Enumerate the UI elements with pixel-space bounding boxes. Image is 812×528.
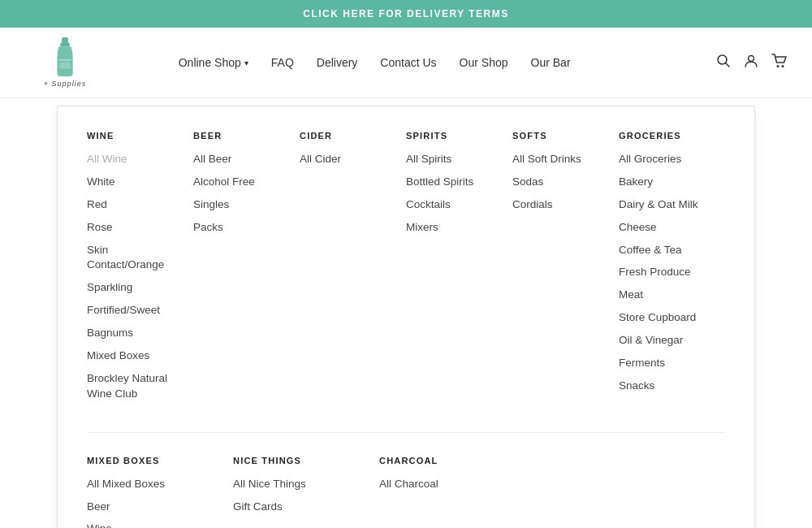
all-groceries-link[interactable]: All Groceries — [619, 152, 709, 167]
softs-column: SOFTS All Soft Drinks Sodas Cordials — [512, 131, 619, 409]
svg-rect-1 — [60, 43, 70, 47]
sparkling-link[interactable]: Sparkling — [87, 280, 177, 296]
svg-rect-2 — [58, 59, 71, 61]
cider-header: CIDER — [300, 131, 390, 141]
white-link[interactable]: White — [87, 175, 177, 190]
mixed-boxes-column: MIXED BOXES All Mixed Boxes Beer Wine — [87, 456, 233, 528]
account-icon[interactable] — [744, 54, 758, 72]
sodas-link[interactable]: Sodas — [512, 175, 603, 190]
spirits-header: SPIRITS — [406, 131, 496, 141]
snacks-link[interactable]: Snacks — [619, 379, 709, 394]
nav-contact-us[interactable]: Contact Us — [380, 56, 436, 69]
all-charcoal-link[interactable]: All Charcoal — [379, 477, 509, 492]
singles-link[interactable]: Singles — [193, 197, 283, 213]
chevron-down-icon: ▾ — [244, 58, 248, 67]
nice-things-column: NICE THINGS All Nice Things Gift Cards — [233, 456, 379, 528]
rose-link[interactable]: Rose — [87, 220, 177, 236]
meat-link[interactable]: Meat — [619, 288, 709, 303]
dairy-link[interactable]: Dairy & Oat Milk — [619, 197, 709, 213]
cheese-link[interactable]: Cheese — [619, 220, 709, 236]
nav-our-bar[interactable]: Our Bar — [531, 56, 571, 69]
nice-things-header: NICE THINGS — [233, 456, 363, 465]
cart-icon[interactable] — [771, 54, 788, 72]
cordials-link[interactable]: Cordials — [512, 197, 603, 213]
fortified-link[interactable]: Fortified/Sweet — [87, 303, 177, 318]
bagnums-link[interactable]: Bagnums — [87, 326, 177, 341]
nav-delivery[interactable]: Delivery — [317, 56, 358, 69]
all-spirits-link[interactable]: All Spirits — [406, 152, 496, 167]
svg-rect-0 — [62, 37, 68, 44]
mixed-boxes-link[interactable]: Mixed Boxes — [87, 348, 177, 364]
svg-line-5 — [725, 63, 729, 67]
alcohol-free-link[interactable]: Alcohol Free — [193, 175, 283, 190]
store-cupboard-link[interactable]: Store Cupboard — [619, 310, 709, 326]
beer-header: BEER — [193, 131, 283, 141]
all-nice-things-link[interactable]: All Nice Things — [233, 477, 363, 492]
packs-link[interactable]: Packs — [193, 220, 283, 236]
svg-rect-3 — [59, 63, 70, 69]
oil-vinegar-link[interactable]: Oil & Vinegar — [619, 333, 709, 348]
mixed-boxes-header: MIXED BOXES — [87, 456, 217, 465]
coffee-tea-link[interactable]: Coffee & Tea — [619, 243, 709, 258]
svg-point-6 — [748, 55, 754, 61]
all-mixed-boxes-link[interactable]: All Mixed Boxes — [87, 477, 217, 492]
brockley-link[interactable]: Brockley Natural Wine Club — [87, 371, 177, 402]
logo-text: + Supplies — [44, 80, 86, 88]
gift-cards-link[interactable]: Gift Cards — [233, 500, 363, 515]
nav-online-shop[interactable]: Online Shop ▾ — [179, 56, 248, 69]
softs-header: SOFTS — [512, 131, 603, 141]
charcoal-column: CHARCOAL All Charcoal — [379, 456, 525, 528]
mixers-link[interactable]: Mixers — [406, 220, 496, 236]
logo-icon — [54, 37, 76, 78]
fresh-produce-link[interactable]: Fresh Produce — [619, 265, 709, 280]
dropdown-menu: WINE All Wine White Red Rose Skin Contac… — [57, 106, 755, 528]
logo[interactable]: + Supplies — [24, 37, 106, 88]
header-icons — [716, 54, 788, 72]
ferments-link[interactable]: Ferments — [619, 356, 709, 371]
beer-column: BEER All Beer Alcohol Free Singles Packs — [193, 131, 300, 409]
delivery-banner[interactable]: CLICK HERE FOR DELIVERY TERMS — [0, 0, 812, 28]
all-beer-link[interactable]: All Beer — [193, 152, 283, 167]
search-icon[interactable] — [716, 54, 731, 72]
groceries-header: GROCERIES — [619, 131, 709, 141]
svg-point-7 — [776, 65, 779, 67]
bottled-spirits-link[interactable]: Bottled Spirits — [406, 175, 496, 190]
nav-faq[interactable]: FAQ — [271, 56, 294, 69]
main-nav: Online Shop ▾ FAQ Delivery Contact Us Ou… — [179, 56, 571, 69]
charcoal-header: CHARCOAL — [379, 456, 509, 465]
dropdown-overlay: WINE All Wine White Red Rose Skin Contac… — [0, 106, 812, 528]
red-link[interactable]: Red — [87, 197, 177, 213]
all-soft-drinks-link[interactable]: All Soft Drinks — [512, 152, 603, 167]
nav-our-shop[interactable]: Our Shop — [460, 56, 508, 69]
all-wine-link[interactable]: All Wine — [87, 152, 177, 167]
cocktails-link[interactable]: Cocktails — [406, 197, 496, 213]
wine-mixed-link[interactable]: Wine — [87, 522, 217, 528]
header: + Supplies Online Shop ▾ FAQ Delivery Co… — [0, 28, 812, 98]
nav-online-shop-label: Online Shop — [179, 56, 241, 69]
groceries-column: GROCERIES All Groceries Bakery Dairy & O… — [619, 131, 725, 409]
wine-column: WINE All Wine White Red Rose Skin Contac… — [87, 131, 193, 409]
beer-mixed-link[interactable]: Beer — [87, 500, 217, 515]
svg-point-8 — [781, 65, 784, 67]
skin-contact-link[interactable]: Skin Contact/Orange — [87, 243, 177, 274]
cider-column: CIDER All Cider — [300, 131, 406, 409]
bakery-link[interactable]: Bakery — [619, 175, 709, 190]
wine-header: WINE — [87, 131, 177, 141]
menu-bottom-section: MIXED BOXES All Mixed Boxes Beer Wine NI… — [87, 456, 725, 528]
spirits-column: SPIRITS All Spirits Bottled Spirits Cock… — [406, 131, 512, 409]
all-cider-link[interactable]: All Cider — [300, 152, 390, 167]
menu-top-section: WINE All Wine White Red Rose Skin Contac… — [87, 131, 725, 433]
